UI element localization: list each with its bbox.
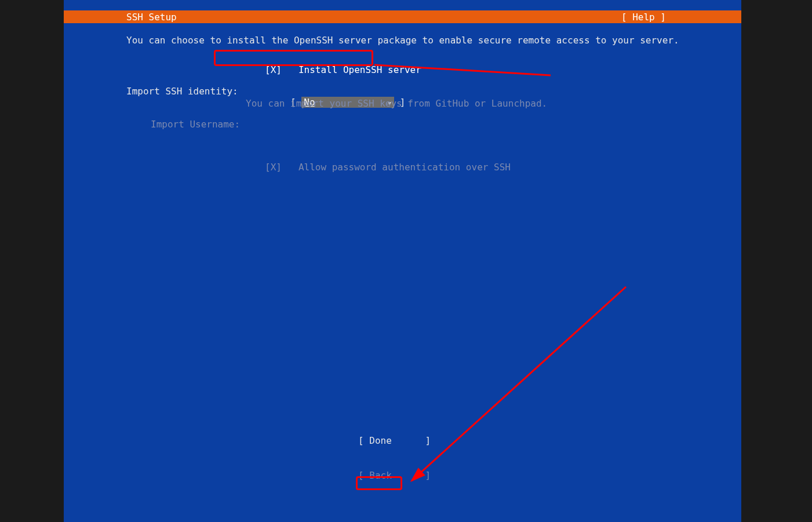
title-bar: SSH Setup [ Help ] xyxy=(64,10,741,23)
installer-window: SSH Setup [ Help ] You can choose to ins… xyxy=(64,0,741,522)
body-area: You can choose to install the OpenSSH se… xyxy=(64,23,741,522)
done-button[interactable]: [ Done ] xyxy=(358,435,431,447)
top-spacer xyxy=(64,0,741,10)
allow-password-auth-checkbox[interactable]: [X] Allow password authentication over S… xyxy=(220,151,511,184)
checkbox-label: Allow password authentication over SSH xyxy=(298,162,511,173)
import-identity-hint: You can import your SSH keys from GitHub… xyxy=(246,98,547,109)
import-identity-label: Import SSH identity: xyxy=(126,86,238,97)
install-openssh-checkbox[interactable]: [X] Install OpenSSH server xyxy=(220,53,421,86)
back-button[interactable]: [ Back ] xyxy=(358,470,431,481)
bracket-open: [ xyxy=(358,470,369,481)
bracket-close: ] xyxy=(425,435,431,446)
bracket-close: ] xyxy=(425,470,431,481)
import-username-label: Import Username: xyxy=(151,119,240,130)
bracket-open: [ xyxy=(358,435,369,446)
checkbox-marker: [X] xyxy=(265,162,282,173)
help-button[interactable]: [ Help ] xyxy=(621,12,666,23)
footer-buttons: [ Done ] [ Back ] xyxy=(358,412,431,505)
checkbox-marker: [X] xyxy=(265,64,282,75)
back-label: Back xyxy=(369,470,392,481)
checkbox-label: Install OpenSSH server xyxy=(298,64,421,75)
screen: SSH Setup [ Help ] You can choose to ins… xyxy=(0,0,812,522)
intro-text: You can choose to install the OpenSSH se… xyxy=(126,35,679,46)
done-label: Done xyxy=(369,435,392,446)
page-title: SSH Setup xyxy=(126,12,177,23)
